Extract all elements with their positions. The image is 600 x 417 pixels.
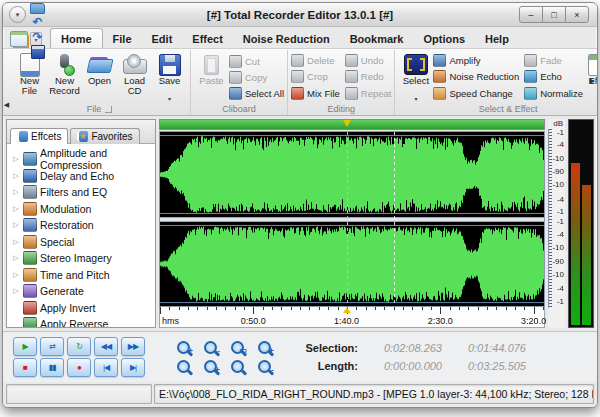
go-end-button[interactable]: ▶| <box>121 358 145 377</box>
close-button[interactable]: × <box>565 6 589 23</box>
play-button[interactable]: ▶ <box>13 337 37 356</box>
noise-reduction-button[interactable]: Noise Reduction <box>433 69 519 84</box>
dialog-launcher-icon[interactable] <box>105 106 112 113</box>
redo-button[interactable]: Redo <box>345 69 392 84</box>
tree-item[interactable]: ▷ Modulation <box>7 201 155 218</box>
tree-item[interactable]: Apply Invert <box>7 300 155 317</box>
tree-item[interactable]: ▷ Special <box>7 234 155 251</box>
status-cell-left <box>6 384 152 404</box>
rewind-button[interactable]: ◀◀ <box>94 337 118 356</box>
db-scale-label: -1 <box>557 296 564 305</box>
waveform-display[interactable] <box>159 131 545 307</box>
ribbon-tab[interactable]: Help <box>475 29 519 48</box>
zoom-out-button[interactable]: - <box>252 358 276 375</box>
right-channel-waveform[interactable] <box>160 222 544 307</box>
speed-change-button[interactable]: Speed Change <box>433 86 519 101</box>
sidebar-tab-icon <box>17 131 28 142</box>
paste-button[interactable]: Paste <box>194 51 229 103</box>
ribbon-tab[interactable]: Edit <box>142 29 183 48</box>
tree-item[interactable]: ▷ Stereo Imagery <box>7 250 155 267</box>
copy-button[interactable]: Copy <box>229 70 284 85</box>
ribbon-tab[interactable]: File <box>103 29 142 48</box>
application-window: ▾ ↶ ↷ [#] Total Recorder Editor 13.0.1 [… <box>2 2 598 408</box>
loop-button[interactable]: ⇄ <box>40 337 64 356</box>
load-cd-button[interactable]: Load CD <box>117 51 152 103</box>
selection-marker[interactable] <box>394 132 395 306</box>
record-button[interactable]: ● <box>67 358 91 377</box>
zoom-page-button[interactable] <box>225 358 249 375</box>
timeline-cursor-marker[interactable] <box>343 307 351 313</box>
timeline-label: 3:20.0 <box>521 316 546 326</box>
zoom-out-horizontal-button[interactable]: - <box>198 339 222 356</box>
expander-icon[interactable]: ▷ <box>12 205 20 213</box>
expander-icon[interactable]: ▷ <box>12 188 20 196</box>
playback-cursor[interactable] <box>347 132 348 306</box>
sidebar-tab[interactable]: Effcets <box>10 128 68 144</box>
ribbon-tab[interactable]: Options <box>413 29 475 48</box>
effects-tree: ▷ Amplitude and Compression ▷ Delay and … <box>7 144 155 327</box>
zoom-selection-button[interactable]: ▭ <box>225 339 249 356</box>
select-all-button[interactable]: Select All <box>229 86 284 101</box>
left-channel-waveform[interactable] <box>160 132 544 217</box>
zoom-in-button[interactable]: + <box>252 339 276 356</box>
tree-item[interactable]: ▷ Restoration <box>7 217 155 234</box>
fade-button[interactable]: Fade <box>524 53 583 68</box>
tree-item[interactable]: ▷ Time and Pitch <box>7 267 155 284</box>
echo-button[interactable]: Echo <box>524 69 583 84</box>
ribbon-tab[interactable]: Home <box>50 28 103 48</box>
stop-button[interactable]: ■ <box>13 358 37 377</box>
ribbon-scroll-right-icon[interactable]: ▶ <box>589 77 596 85</box>
expander-icon[interactable]: ▷ <box>12 287 20 295</box>
effect-category-icon <box>23 301 37 315</box>
expander-icon[interactable]: ▷ <box>12 221 20 229</box>
save-button[interactable]: Save ▾ <box>152 51 187 103</box>
expander-icon[interactable]: ▷ <box>12 155 20 163</box>
play-selection-button[interactable]: ↻ <box>67 337 91 356</box>
repeat-button[interactable]: Repeat <box>345 86 392 101</box>
zoom-vertical-in-button[interactable]: + <box>198 358 222 375</box>
tree-item[interactable]: ▷ Generate <box>7 283 155 300</box>
tree-item[interactable]: ▷ Amplitude and Compression <box>7 151 155 168</box>
open-button[interactable]: Open <box>82 51 117 103</box>
sidebar-tab[interactable]: ★ Favorites <box>70 128 139 144</box>
pause-button[interactable]: ▮▮ <box>40 358 64 377</box>
ribbon-scroll-left-icon[interactable]: ◀ <box>3 101 10 109</box>
amplify-button[interactable]: Amplify <box>433 53 519 68</box>
transport-controls: ▶ ⇄ ↻ ◀◀ ▶▶ ■ ▮▮ ● |◀ <box>13 335 145 379</box>
crop-button[interactable]: Crop <box>291 69 340 84</box>
expander-icon[interactable]: ▷ <box>12 271 20 279</box>
select-button[interactable]: Select ▾ <box>398 51 433 103</box>
ribbon-tab[interactable]: Effect <box>182 29 233 48</box>
expander-icon[interactable]: ▷ <box>12 238 20 246</box>
zoom-in-horizontal-button[interactable]: + <box>171 339 195 356</box>
cut-button[interactable]: Cut <box>229 54 284 69</box>
expander-icon[interactable]: ▷ <box>12 254 20 262</box>
delete-button[interactable]: Delete <box>291 53 340 68</box>
redo-icon[interactable]: ↷ <box>30 30 45 45</box>
expander-icon[interactable]: ▷ <box>12 172 20 180</box>
overview-cursor-marker[interactable] <box>343 120 351 127</box>
tree-item[interactable]: ▷ Filters and EQ <box>7 184 155 201</box>
main-area: Effcets ★ Favorites ▷ Amplitude and Comp… <box>3 116 597 331</box>
go-start-button[interactable]: |◀ <box>94 358 118 377</box>
ribbon-tab[interactable]: Bookmark <box>340 29 414 48</box>
zoom-full-button[interactable] <box>171 358 195 375</box>
save-icon[interactable] <box>30 45 45 60</box>
waveform-panel: hms 0:50.0 1:40.0 2:30.0 3:20.0 <box>159 119 545 328</box>
quick-access-menu-button[interactable]: ▾ <box>9 6 26 23</box>
undo-icon[interactable]: ↶ <box>30 15 45 30</box>
maximize-button[interactable]: □ <box>542 6 566 23</box>
timeline-ruler[interactable]: hms 0:50.0 1:40.0 2:30.0 3:20.0 <box>159 307 545 328</box>
ribbon-tab[interactable]: Noise Reduction <box>233 29 340 48</box>
fast-forward-button[interactable]: ▶▶ <box>121 337 145 356</box>
minimize-button[interactable]: – <box>519 6 543 23</box>
open-icon[interactable] <box>30 2 45 15</box>
undo-button[interactable]: Undo <box>345 53 392 68</box>
tree-item[interactable]: Apply Reverse <box>7 316 155 327</box>
mix-file-button[interactable]: Mix File <box>291 86 340 101</box>
effect-category-icon <box>23 251 37 265</box>
new-record-button[interactable]: New Record <box>47 51 82 103</box>
normalize-button[interactable]: Normalize <box>524 86 583 101</box>
overview-bar[interactable] <box>159 119 545 130</box>
timeline-label: 1:40.0 <box>334 316 359 326</box>
